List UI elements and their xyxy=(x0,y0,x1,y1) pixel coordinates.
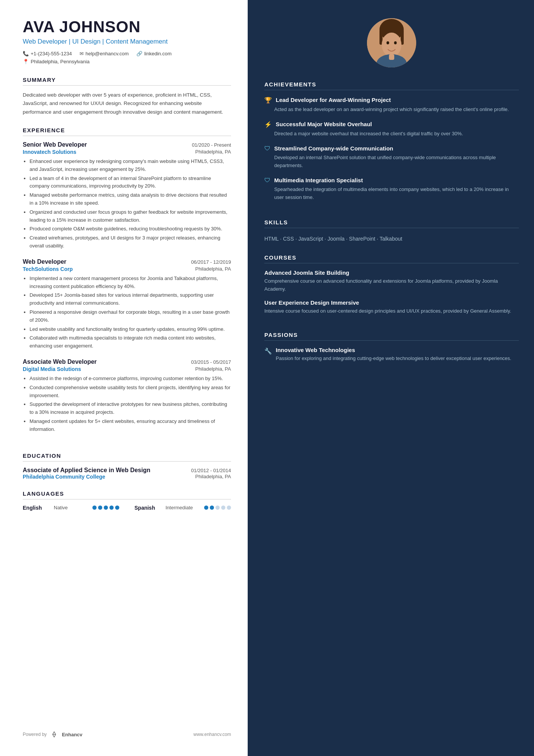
summary-section: SUMMARY Dedicated web developer with ove… xyxy=(23,77,231,116)
passions-section: PASSIONS 🔧 Innovative Web Technologies P… xyxy=(264,332,519,363)
job-dates: 06/2017 - 12/2019 xyxy=(191,259,231,265)
summary-title: SUMMARY xyxy=(23,77,231,86)
education-section: EDUCATION Associate of Applied Science i… xyxy=(23,452,231,480)
language-dots xyxy=(204,506,231,510)
avatar-image xyxy=(367,18,416,67)
job-company-row: Innovatech Solutions Philadelphia, PA xyxy=(23,149,231,155)
achievement-desc: Developed an internal SharePoint solutio… xyxy=(264,154,519,170)
bullet-item: Led a team of 4 in the development of an… xyxy=(30,175,231,191)
dot-filled xyxy=(115,506,119,510)
job-company-row: TechSolutions Corp Philadelphia, PA xyxy=(23,266,231,272)
languages-row: English Native Spanish Intermediate xyxy=(23,505,231,511)
job-title: Associate Web Developer xyxy=(23,358,97,365)
achievement-title: Lead Developer for Award-Winning Project xyxy=(276,96,391,104)
achievement-title: Multimedia Integration Specialist xyxy=(274,177,363,184)
wrench-icon: 🔧 xyxy=(264,347,272,355)
passions-title: PASSIONS xyxy=(264,332,519,341)
languages-section: LANGUAGES English Native Spanish Interm xyxy=(23,490,231,511)
job-item: Web Developer 06/2017 - 12/2019 TechSolu… xyxy=(23,258,231,350)
linkedin-contact: 🔗 linkedin.com xyxy=(136,51,172,56)
job-company: Innovatech Solutions xyxy=(23,149,77,155)
powered-by-label: Powered by xyxy=(23,732,47,737)
achievement-header: 🛡 Multimedia Integration Specialist xyxy=(264,177,519,184)
bullet-item: Assisted in the redesign of e-commerce p… xyxy=(30,375,231,383)
email-contact: ✉ help@enhancv.com xyxy=(80,51,129,56)
svg-point-6 xyxy=(394,41,397,44)
svg-rect-8 xyxy=(389,54,394,60)
edu-dates: 01/2012 - 01/2014 xyxy=(191,468,231,473)
job-header: Web Developer 06/2017 - 12/2019 xyxy=(23,258,231,265)
experience-title: EXPERIENCE xyxy=(23,127,231,136)
dot-filled xyxy=(210,506,214,510)
footer: Powered by Enhancv www.enhancv.com xyxy=(23,720,231,738)
dot-filled xyxy=(204,506,208,510)
linkedin-value: linkedin.com xyxy=(144,51,172,56)
edu-degree: Associate of Applied Science in Web Desi… xyxy=(23,467,150,474)
header: AVA JOHNSON Web Developer | UI Design | … xyxy=(23,18,231,66)
job-company-row: Digital Media Solutions Philadelphia, PA xyxy=(23,366,231,372)
job-dates: 01/2020 - Present xyxy=(192,142,231,148)
edu-school: Philadelphia Community College xyxy=(23,474,105,480)
achievement-item: 🛡 Streamlined Company-wide Communication… xyxy=(264,145,519,170)
language-dots xyxy=(92,506,119,510)
achievement-header: ⚡ Successful Major Website Overhaul xyxy=(264,121,519,128)
shield-icon: 🛡 xyxy=(264,145,270,152)
bullet-item: Organized and conducted user focus group… xyxy=(30,208,231,224)
skills-text: HTML · CSS · JavaScript · Joomla · Share… xyxy=(264,234,519,244)
bullet-item: Supported the development of interactive… xyxy=(30,401,231,416)
edu-location: Philadelphia, PA xyxy=(195,474,231,480)
bullet-item: Conducted comprehensive website usabilit… xyxy=(30,384,231,400)
svg-point-4 xyxy=(382,33,401,57)
dot-filled xyxy=(92,506,97,510)
svg-point-5 xyxy=(387,41,389,44)
course-item: User Experience Design Immersive Intensi… xyxy=(264,299,519,315)
location-contact: 📍 Philadelphia, Pennsylvania xyxy=(23,59,231,64)
achievement-item: ⚡ Successful Major Website Overhaul Dire… xyxy=(264,121,519,138)
achievements-title: ACHIEVEMENTS xyxy=(264,81,519,90)
courses-section: COURSES Advanced Joomla Site Building Co… xyxy=(264,254,519,321)
phone-contact: 📞 +1-(234)-555-1234 xyxy=(23,51,72,56)
footer-website: www.enhancv.com xyxy=(194,732,231,737)
job-title: Senior Web Developer xyxy=(23,141,87,148)
phone-icon: 📞 xyxy=(23,51,29,56)
achievement-title: Streamlined Company-wide Communication xyxy=(274,145,393,152)
edu-header: Associate of Applied Science in Web Desi… xyxy=(23,467,231,474)
job-bullets: Implemented a new content management pro… xyxy=(23,275,231,350)
achievement-desc: Spearheaded the integration of multimedi… xyxy=(264,186,519,202)
job-title: Web Developer xyxy=(23,258,66,265)
job-company: TechSolutions Corp xyxy=(23,266,73,272)
experience-section: EXPERIENCE Senior Web Developer 01/2020 … xyxy=(23,127,231,442)
job-location: Philadelphia, PA xyxy=(195,149,231,155)
bullet-item: Managed website performance metrics, usi… xyxy=(30,191,231,207)
language-item: English Native xyxy=(23,505,119,511)
dot-filled xyxy=(98,506,102,510)
bullet-item: Led website usability and functionality … xyxy=(30,326,231,333)
dot-empty xyxy=(221,506,225,510)
language-name: English xyxy=(23,505,49,511)
job-item: Associate Web Developer 03/2015 - 05/201… xyxy=(23,358,231,434)
language-name: Spanish xyxy=(134,505,161,511)
link-icon: 🔗 xyxy=(136,51,142,56)
bullet-item: Developed 15+ Joomla-based sites for var… xyxy=(30,291,231,307)
dot-filled xyxy=(109,506,114,510)
email-value: help@enhancv.com xyxy=(86,51,129,56)
dot-filled xyxy=(104,506,108,510)
candidate-name: AVA JOHNSON xyxy=(23,18,231,36)
bullet-item: Enhanced user experience by redesigning … xyxy=(30,158,231,174)
bullet-item: Created wireframes, prototypes, and UI d… xyxy=(30,234,231,250)
language-level: Native xyxy=(54,505,88,510)
achievements-section: ACHIEVEMENTS 🏆 Lead Developer for Award-… xyxy=(264,81,519,208)
bullet-item: Produced complete O&M website guidelines… xyxy=(30,225,231,233)
achievement-item: 🏆 Lead Developer for Award-Winning Proje… xyxy=(264,96,519,114)
education-title: EDUCATION xyxy=(23,452,231,462)
job-header: Associate Web Developer 03/2015 - 05/201… xyxy=(23,358,231,365)
course-item: Advanced Joomla Site Building Comprehens… xyxy=(264,269,519,293)
achievement-header: 🏆 Lead Developer for Award-Winning Proje… xyxy=(264,96,519,104)
dot-empty xyxy=(215,506,220,510)
courses-title: COURSES xyxy=(264,254,519,263)
contact-info: 📞 +1-(234)-555-1234 ✉ help@enhancv.com 🔗… xyxy=(23,51,231,64)
job-bullets: Assisted in the redesign of e-commerce p… xyxy=(23,375,231,434)
job-dates: 03/2015 - 05/2017 xyxy=(191,359,231,365)
brand-name: Enhancv xyxy=(62,732,82,737)
candidate-title: Web Developer | UI Design | Content Mana… xyxy=(23,38,231,45)
